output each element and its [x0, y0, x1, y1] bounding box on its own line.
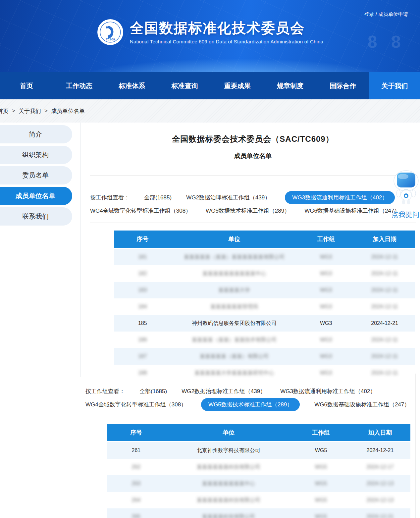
table-cell-text: 某某某某大学 [218, 287, 250, 293]
sidebar-item-organization[interactable]: 组织架构 [0, 146, 72, 164]
table-cell-text: WG3 [320, 320, 332, 326]
table-cell-text: 262 [132, 464, 141, 470]
nav-item-regulations[interactable]: 规章制度 [264, 72, 316, 99]
table-cell: WG5 [292, 508, 350, 518]
site-brand: TC609 全国数据标准化技术委员会 National Technical Co… [97, 19, 323, 46]
table-cell-text: 2024-12-21 [371, 320, 398, 326]
table-cell-text: 某某某某某某某某某某中心 [202, 271, 266, 276]
table-cell: 某某某某科技有限公司 [165, 508, 292, 518]
svg-text:TC609: TC609 [106, 38, 115, 41]
table-cell: 某某某某（某某）某某技术有限公司 [171, 332, 297, 348]
member-table-wrap: 序号单位工作组加入日期181某某某某某（某某）某某某某某某有限公司WG32024… [114, 231, 415, 381]
workgroup-filters: 按工作组查看：全部(1685)WG2数据治理标准工作组（439）WG3数据流通利… [85, 381, 416, 415]
table-cell-text: 某某某某某某某某中心 [202, 481, 255, 486]
table-cell: WG5 [292, 459, 350, 475]
workgroup-filter-option[interactable]: WG5数据技术标准工作组（289） [206, 207, 290, 215]
table-cell: 某某某某某某某某中心 [165, 475, 292, 492]
table-row: 185神州数码信息服务集团股份有限公司WG32024-12-21 [114, 315, 415, 332]
table-cell-text: 183 [138, 287, 147, 293]
column-header: 加入日期 [354, 231, 415, 248]
table-cell: 某某某某某（某某）某某某某某某有限公司 [171, 248, 297, 266]
breadcrumb: 首页>关于我们>成员单位名单 [0, 107, 85, 115]
assistant-ask-link[interactable]: 点我提问 [390, 210, 420, 219]
table-cell: 2024-12-11 [354, 248, 415, 266]
nav-item-international-cooperation[interactable]: 国际合作 [317, 72, 369, 99]
table-cell-text: WG3 [320, 254, 332, 260]
login-member-apply-links[interactable]: 登录 / 成员单位申请 [364, 11, 408, 18]
workgroup-filters: 按工作组查看：全部(1685)WG2数据治理标准工作组（439）WG3数据流通利… [90, 176, 416, 223]
table-cell-text: 某某某某某（某某）某某某某某某有限公司 [184, 254, 285, 260]
page-title: 全国数据标委会技术委员会（SAC/TC609） [90, 134, 416, 144]
table-cell: 188 [114, 365, 171, 381]
workgroup-filter-option[interactable]: WG6数据基础设施标准工作组（247） [304, 207, 400, 215]
table-cell-text: 186 [138, 337, 147, 342]
workgroup-filter-selected[interactable]: WG5数据技术标准工作组（289） [201, 398, 300, 411]
workgroup-filter-option[interactable]: WG3数据流通利用标准工作组（402） [280, 388, 376, 395]
table-cell-text: 2024-12-17 [367, 464, 394, 470]
workgroup-filter-option[interactable]: WG2数据治理标准工作组（439） [182, 388, 266, 395]
table-cell: 261 [107, 442, 165, 459]
table-cell-text: 187 [138, 353, 147, 359]
table-cell: 2024-12-21 [354, 315, 415, 332]
nav-item-standard-search[interactable]: 标准查询 [158, 72, 211, 99]
table-cell-text: 2024-12-13 [367, 481, 394, 486]
workgroup-filter-option[interactable]: WG4全域数字化转型标准工作组（308） [85, 401, 186, 408]
assistant-robot-icon[interactable] [393, 170, 419, 205]
table-cell: 2024-12-21 [350, 508, 410, 518]
table-row: 265某某某某科技有限公司WG52024-12-21 [107, 508, 410, 518]
filter-row: 按工作组查看：全部(1685)WG2数据治理标准工作组（439）WG3数据流通利… [90, 191, 416, 204]
table-cell: 186 [114, 332, 171, 348]
table-cell-text: 某某某某某（某某）有限公司 [200, 353, 269, 359]
filter-label: 按工作组查看： [90, 194, 130, 201]
table-cell: 2024-12-11 [354, 348, 415, 365]
table-cell: WG3 [297, 298, 355, 315]
table-cell: 2024-12-17 [350, 459, 410, 475]
column-header: 工作组 [297, 231, 355, 248]
table-cell: 183 [114, 282, 171, 298]
table-cell: WG5 [292, 475, 350, 492]
sidebar-item-committee-members[interactable]: 委员名单 [0, 166, 72, 184]
table-row: 186某某某某（某某）某某技术有限公司WG32024-12-11 [114, 332, 415, 348]
table-header-row: 序号单位工作组加入日期 [107, 424, 410, 442]
workgroup-filter-option[interactable]: 全部(1685) [139, 388, 167, 395]
table-cell: 某某某某某某管理局 [171, 298, 297, 315]
sidebar-item-contact[interactable]: 联系我们 [0, 207, 72, 226]
workgroup-filter-option[interactable]: WG2数据治理标准工作组（439） [186, 194, 270, 201]
table-cell: WG3 [297, 315, 355, 332]
table-cell-text: 2024-12-13 [367, 497, 394, 503]
breadcrumb-link[interactable]: 关于我们 [19, 107, 41, 115]
nav-item-achievements[interactable]: 重要成果 [211, 72, 264, 99]
column-header: 单位 [171, 231, 297, 248]
table-cell: 北京神州数字科技有限公司 [165, 442, 292, 459]
breadcrumb-link[interactable]: 首页 [0, 107, 9, 115]
table-row: 264某某某某某某科技有限公司WG52024-12-13 [107, 492, 410, 508]
member-table: 序号单位工作组加入日期261北京神州数字科技有限公司WG52024-12-212… [107, 424, 410, 518]
table-cell-text: 某某某某某某管理局 [210, 304, 258, 309]
table-cell: 184 [114, 298, 171, 315]
sidebar-item-intro[interactable]: 简介 [0, 125, 72, 143]
table-cell-text: 2024-12-21 [367, 514, 394, 518]
nav-item-standard-system[interactable]: 标准体系 [106, 72, 158, 99]
table-cell-text: 264 [132, 497, 141, 503]
nav-item-about-us[interactable]: 关于我们 [369, 72, 420, 99]
workgroup-filter-option[interactable]: 全部(1685) [144, 194, 172, 201]
table-cell-text: WG5 [315, 447, 327, 453]
table-cell-text: 265 [132, 514, 141, 518]
workgroup-filter-option[interactable]: WG6数据基础设施标准工作组（247） [314, 401, 410, 408]
table-cell-text: 181 [138, 254, 147, 260]
nav-item-work-news[interactable]: 工作动态 [53, 72, 105, 99]
divider [85, 415, 416, 415]
column-header: 加入日期 [350, 424, 410, 442]
workgroup-filter-option[interactable]: WG4全域数字化转型标准工作组（308） [90, 207, 191, 215]
nav-item-home[interactable]: 首页 [0, 72, 53, 99]
table-cell: WG5 [292, 442, 350, 459]
page-subtitle: 成员单位名单 [90, 152, 416, 160]
table-cell: 265 [107, 508, 165, 518]
table-cell-text: 2024-12-11 [371, 370, 398, 376]
table-cell-text: 某某某某某某科技有限公司 [197, 464, 260, 470]
table-cell-text: WG3 [320, 287, 332, 293]
workgroup-filter-selected[interactable]: WG3数据流通利用标准工作组（402） [285, 191, 395, 204]
table-cell-text: 北京神州数字科技有限公司 [197, 447, 260, 453]
breadcrumb-link[interactable]: 成员单位名单 [51, 107, 85, 115]
sidebar-item-member-units[interactable]: 成员单位名单 [0, 187, 72, 205]
